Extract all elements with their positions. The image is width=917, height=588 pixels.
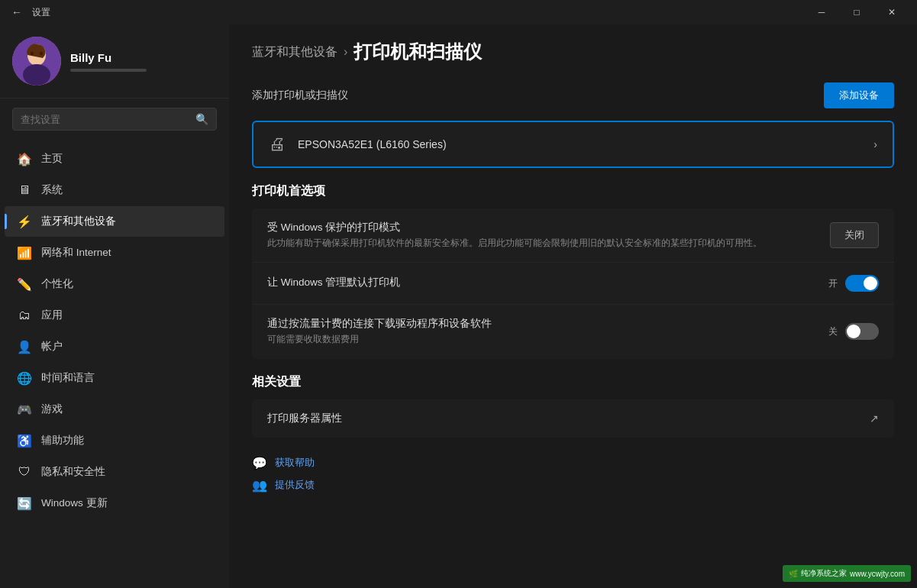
pref-desc-download_metered: 可能需要收取数据费用	[267, 333, 828, 346]
footer-icon-help: 💬	[252, 456, 267, 470]
sidebar-item-bluetooth[interactable]: ⚡ 蓝牙和其他设备	[5, 206, 224, 237]
close-icon: ✕	[888, 7, 896, 18]
pref-action-protected_mode: 关闭	[830, 222, 879, 248]
footer-links: 💬 获取帮助 👥 提供反馈	[252, 456, 894, 493]
user-info: Billy Fu	[70, 51, 147, 72]
nav-label-personalization: 个性化	[41, 277, 73, 291]
footer-link-feedback[interactable]: 👥 提供反馈	[252, 478, 894, 493]
printer-chevron-icon: ›	[873, 138, 877, 150]
titlebar-title: 设置	[32, 6, 804, 19]
main-layout: Billy Fu 🔍 🏠 主页 🖥 系统 ⚡ 蓝牙和其他设备 📶 网络和 Int…	[0, 24, 917, 588]
printer-item[interactable]: 🖨 EPSON3A52E1 (L6160 Series) ›	[252, 121, 894, 168]
nav-label-bluetooth: 蓝牙和其他设备	[41, 215, 116, 228]
footer-label-help: 获取帮助	[275, 456, 315, 470]
svg-point-2	[23, 64, 50, 86]
nav-icon-time: 🌐	[17, 370, 32, 386]
nav-icon-apps: 🗂	[17, 308, 32, 323]
nav-label-network: 网络和 Internet	[41, 246, 111, 260]
svg-point-3	[31, 52, 34, 56]
content-area: 蓝牙和其他设备 › 打印机和扫描仪 添加打印机或扫描仪 添加设备 🖨 EPSON…	[229, 24, 917, 588]
search-section: 🔍	[0, 99, 229, 140]
breadcrumb-parent: 蓝牙和其他设备	[252, 44, 337, 60]
pref-info-manage_default: 让 Windows 管理默认打印机	[267, 276, 828, 292]
nav-label-system: 系统	[41, 183, 63, 197]
pref-info-protected_mode: 受 Windows 保护的打印模式 此功能有助于确保采用打印机软件的最新安全标准…	[267, 221, 830, 250]
close-button[interactable]: ✕	[874, 0, 909, 24]
minimize-button[interactable]: ─	[804, 0, 839, 24]
pref-action-manage_default: 开	[828, 275, 879, 292]
sidebar-item-gaming[interactable]: 🎮 游戏	[5, 394, 224, 425]
watermark-text: 纯净系统之家	[801, 568, 847, 579]
pref-title-download_metered: 通过按流量计费的连接下载驱动程序和设备软件	[267, 317, 828, 331]
nav-label-accounts: 帐户	[41, 340, 63, 354]
sidebar-item-personalization[interactable]: ✏️ 个性化	[5, 269, 224, 299]
nav-label-time: 时间和语言	[41, 371, 95, 385]
toggle-manage_default[interactable]	[845, 275, 879, 292]
breadcrumb-current: 打印机和扫描仪	[354, 40, 482, 64]
pref-row-protected_mode: 受 Windows 保护的打印模式 此功能有助于确保采用打印机软件的最新安全标准…	[252, 208, 894, 263]
search-box: 🔍	[12, 108, 217, 131]
pref-info-download_metered: 通过按流量计费的连接下载驱动程序和设备软件 可能需要收取数据费用	[267, 317, 828, 346]
toggle-label-manage_default: 开	[828, 277, 838, 290]
search-input[interactable]	[21, 114, 189, 125]
pref-title-protected_mode: 受 Windows 保护的打印模式	[267, 221, 830, 234]
nav-icon-personalization: ✏️	[17, 276, 32, 292]
sidebar-item-accounts[interactable]: 👤 帐户	[5, 331, 224, 362]
sidebar-item-apps[interactable]: 🗂 应用	[5, 300, 224, 331]
related-icon-print_server: ↗	[870, 412, 879, 425]
maximize-icon: □	[854, 7, 859, 18]
nav-label-apps: 应用	[41, 309, 63, 322]
sidebar-item-network[interactable]: 📶 网络和 Internet	[5, 237, 224, 268]
pref-btn-protected_mode[interactable]: 关闭	[830, 222, 879, 248]
user-status-bar	[70, 69, 147, 72]
toggle-thumb-manage_default	[864, 276, 877, 290]
pref-row-download_metered: 通过按流量计费的连接下载驱动程序和设备软件 可能需要收取数据费用 关	[252, 305, 894, 358]
nav-icon-update: 🔄	[17, 496, 32, 511]
sidebar: Billy Fu 🔍 🏠 主页 🖥 系统 ⚡ 蓝牙和其他设备 📶 网络和 Int…	[0, 24, 229, 588]
sidebar-item-update[interactable]: 🔄 Windows 更新	[5, 488, 224, 519]
nav-list: 🏠 主页 🖥 系统 ⚡ 蓝牙和其他设备 📶 网络和 Internet ✏️ 个性…	[0, 140, 229, 522]
nav-label-update: Windows 更新	[41, 496, 108, 510]
breadcrumb: 蓝牙和其他设备 › 打印机和扫描仪	[252, 40, 894, 64]
sidebar-item-accessibility[interactable]: ♿ 辅助功能	[5, 425, 224, 456]
nav-icon-gaming: 🎮	[17, 402, 32, 417]
sidebar-item-privacy[interactable]: 🛡 隐私和安全性	[5, 457, 224, 487]
toggle-download_metered[interactable]	[845, 323, 879, 340]
back-icon: ←	[11, 6, 22, 18]
sidebar-item-system[interactable]: 🖥 系统	[5, 175, 224, 205]
minimize-icon: ─	[819, 7, 825, 18]
preferences-card: 受 Windows 保护的打印模式 此功能有助于确保采用打印机软件的最新安全标准…	[252, 208, 894, 359]
nav-icon-home: 🏠	[17, 151, 32, 166]
printer-icon: 🖨	[269, 134, 286, 154]
related-title-print_server: 打印服务器属性	[267, 412, 870, 425]
maximize-button[interactable]: □	[839, 0, 874, 24]
nav-icon-accessibility: ♿	[17, 433, 32, 448]
printer-name: EPSON3A52E1 (L6160 Series)	[298, 138, 861, 150]
footer-label-feedback: 提供反馈	[275, 478, 315, 492]
watermark: 🌿 纯净系统之家 www.ycwjty.com	[783, 565, 911, 582]
watermark-url: www.ycwjty.com	[850, 570, 905, 578]
preferences-title: 打印机首选项	[252, 183, 894, 199]
back-button[interactable]: ←	[8, 3, 26, 21]
pref-desc-protected_mode: 此功能有助于确保采用打印机软件的最新安全标准。启用此功能可能会限制使用旧的默认安…	[267, 237, 830, 250]
sidebar-item-time[interactable]: 🌐 时间和语言	[5, 363, 224, 393]
nav-label-home: 主页	[41, 152, 63, 166]
add-device-button[interactable]: 添加设备	[824, 82, 894, 108]
titlebar: ← 设置 ─ □ ✕	[0, 0, 917, 24]
pref-title-manage_default: 让 Windows 管理默认打印机	[267, 276, 828, 289]
nav-label-gaming: 游戏	[41, 402, 63, 416]
toggle-label-download_metered: 关	[828, 325, 838, 338]
add-printer-section: 添加打印机或扫描仪 添加设备	[252, 82, 894, 108]
footer-link-help[interactable]: 💬 获取帮助	[252, 456, 894, 470]
sidebar-item-home[interactable]: 🏠 主页	[5, 144, 224, 174]
user-section[interactable]: Billy Fu	[0, 24, 229, 99]
related-row-print_server[interactable]: 打印服务器属性 ↗	[252, 399, 894, 438]
search-icon: 🔍	[195, 113, 208, 125]
related-card: 打印服务器属性 ↗	[252, 399, 894, 438]
nav-icon-privacy: 🛡	[17, 464, 32, 480]
breadcrumb-separator: ›	[344, 45, 347, 59]
nav-label-accessibility: 辅助功能	[41, 434, 84, 447]
window-controls: ─ □ ✕	[804, 0, 909, 24]
watermark-icon: 🌿	[789, 570, 798, 578]
nav-label-privacy: 隐私和安全性	[41, 465, 105, 479]
